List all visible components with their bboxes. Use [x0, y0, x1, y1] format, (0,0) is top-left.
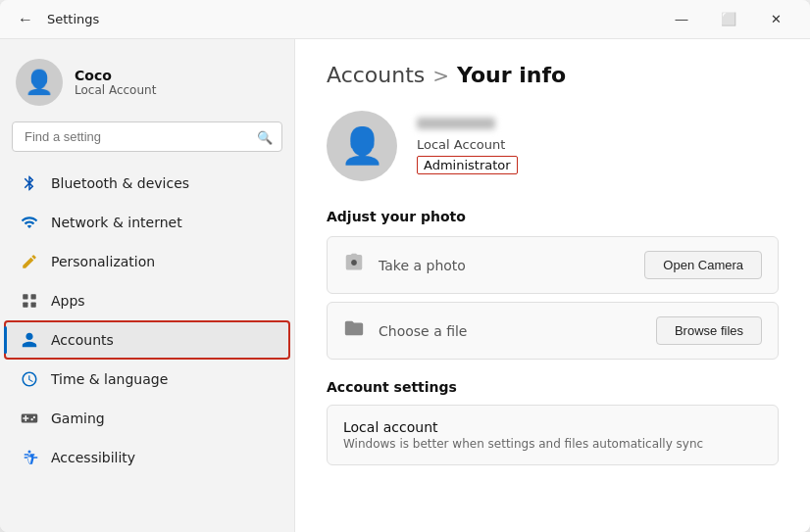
user-name: Coco [75, 68, 156, 83]
profile-avatar: 👤 [327, 111, 397, 181]
maximize-button[interactable]: ⬜ [706, 4, 751, 35]
sidebar-item-accounts[interactable]: Accounts [4, 320, 290, 360]
choose-file-card: Choose a file Browse files [327, 302, 779, 360]
bluetooth-icon [20, 173, 39, 193]
local-account-card: Local account Windows is better when set… [327, 405, 779, 465]
svg-rect-1 [31, 294, 36, 299]
network-icon [20, 213, 39, 232]
sidebar-item-accessibility[interactable]: Accessibility [4, 438, 290, 477]
sidebar-item-bluetooth[interactable]: Bluetooth & devices [4, 164, 290, 203]
sidebar-item-label: Gaming [51, 411, 105, 426]
avatar: 👤 [16, 59, 63, 106]
profile-section: 👤 Local Account Administrator [327, 111, 779, 181]
content-area: 👤 Coco Local Account 🔍 Bluetooth & devic… [0, 39, 810, 532]
profile-role-badge: Administrator [417, 156, 518, 174]
sidebar-item-label: Accessibility [51, 450, 135, 465]
folder-icon [343, 317, 365, 344]
close-button[interactable]: ✕ [753, 4, 798, 35]
svg-rect-0 [23, 294, 27, 299]
back-button[interactable]: ← [12, 6, 39, 33]
sidebar-item-personalization[interactable]: Personalization [4, 242, 290, 281]
sidebar-item-label: Time & language [51, 371, 168, 387]
accessibility-icon [20, 448, 39, 467]
user-account-type: Local Account [75, 83, 156, 97]
main-content: Accounts > Your info 👤 Local Account Adm… [294, 39, 810, 532]
sidebar-item-network[interactable]: Network & internet [4, 203, 290, 242]
svg-rect-3 [31, 303, 36, 308]
apps-icon [20, 291, 39, 311]
search-box: 🔍 [12, 121, 282, 152]
svg-point-4 [28, 451, 31, 454]
svg-rect-2 [23, 303, 27, 308]
sidebar-item-label: Network & internet [51, 215, 182, 230]
sidebar-item-label: Bluetooth & devices [51, 175, 189, 191]
adjust-photo-title: Adjust your photo [327, 209, 779, 224]
gaming-icon [20, 409, 39, 428]
search-icon: 🔍 [257, 129, 273, 144]
profile-account-type: Local Account [417, 137, 518, 152]
sidebar-item-gaming[interactable]: Gaming [4, 399, 290, 438]
profile-info: Local Account Administrator [417, 118, 518, 174]
open-camera-button[interactable]: Open Camera [644, 251, 762, 279]
user-info: 👤 Coco Local Account [0, 47, 294, 121]
sidebar-item-time[interactable]: Time & language [4, 360, 290, 399]
account-settings-title: Account settings [327, 379, 779, 395]
breadcrumb-current: Your info [457, 63, 566, 87]
profile-name-blurred [417, 118, 495, 129]
choose-file-label: Choose a file [379, 323, 642, 339]
sidebar-item-label: Accounts [51, 332, 114, 348]
breadcrumb-separator: > [432, 64, 449, 87]
time-icon [20, 369, 39, 389]
minimize-button[interactable]: — [659, 4, 704, 35]
local-account-desc: Windows is better when settings and file… [343, 437, 762, 451]
settings-window: ← Settings — ⬜ ✕ 👤 Coco Local Account [0, 0, 810, 532]
sidebar-item-apps[interactable]: Apps [4, 281, 290, 320]
breadcrumb-accounts: Accounts [327, 63, 425, 87]
local-account-title: Local account [343, 419, 762, 435]
sidebar-item-label: Apps [51, 293, 85, 309]
take-photo-card: Take a photo Open Camera [327, 236, 779, 294]
camera-icon [343, 252, 365, 278]
sidebar-item-label: Personalization [51, 254, 155, 269]
window-controls: — ⬜ ✕ [659, 4, 798, 35]
take-photo-label: Take a photo [379, 258, 631, 273]
titlebar: ← Settings — ⬜ ✕ [0, 0, 810, 39]
browse-files-button[interactable]: Browse files [656, 316, 762, 345]
breadcrumb: Accounts > Your info [327, 63, 779, 87]
search-input[interactable] [12, 121, 282, 152]
titlebar-title: Settings [47, 12, 99, 26]
sidebar: 👤 Coco Local Account 🔍 Bluetooth & devic… [0, 39, 294, 532]
pencil-icon [20, 252, 39, 271]
accounts-icon [20, 330, 39, 350]
